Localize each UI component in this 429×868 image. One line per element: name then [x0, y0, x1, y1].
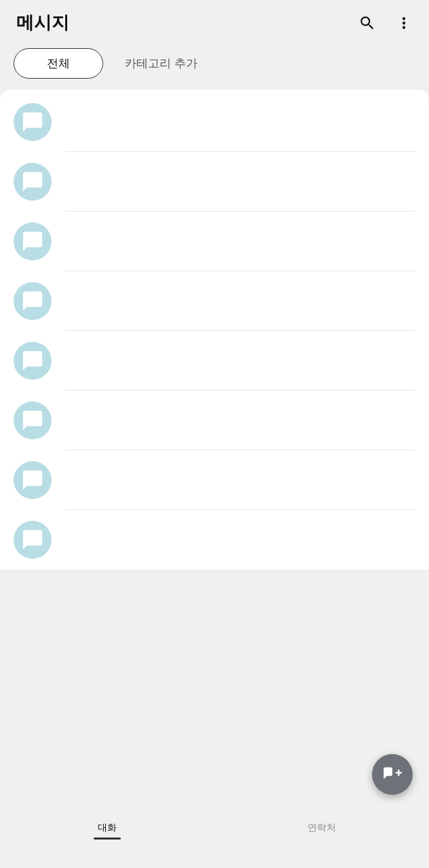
avatar [14, 222, 52, 260]
filter-all-button[interactable]: 전체 [14, 48, 103, 79]
bottom-navigation: 대화 연락처 [0, 814, 429, 868]
chat-bubble-icon [383, 765, 402, 784]
avatar [14, 401, 52, 439]
item-content [62, 525, 415, 555]
avatar [14, 521, 52, 559]
search-button[interactable] [356, 12, 379, 35]
tab-conversations-label: 대화 [98, 822, 117, 834]
active-tab-indicator [94, 837, 121, 840]
list-item[interactable] [0, 391, 429, 450]
chat-avatar-icon [21, 170, 44, 193]
add-category-button[interactable]: 카테고리 추가 [119, 49, 203, 78]
item-content [62, 406, 415, 435]
item-content [62, 465, 415, 495]
chat-avatar-icon [21, 230, 44, 253]
search-icon [358, 14, 376, 32]
item-content [62, 346, 415, 376]
item-content [62, 286, 415, 316]
list-item[interactable] [0, 450, 429, 510]
avatar [14, 103, 52, 141]
more-options-button[interactable] [392, 12, 415, 35]
avatar [14, 342, 52, 380]
chat-avatar-icon [21, 409, 44, 432]
avatar [14, 282, 52, 320]
chat-avatar-icon [21, 111, 44, 134]
item-content [62, 226, 415, 256]
list-item[interactable] [0, 271, 429, 331]
list-item[interactable] [0, 92, 429, 152]
more-vertical-icon [395, 14, 413, 32]
new-chat-fab[interactable] [372, 754, 413, 795]
avatar [14, 461, 52, 499]
avatar [14, 163, 52, 201]
list-item[interactable] [0, 212, 429, 271]
message-list [0, 90, 429, 570]
tab-contacts[interactable]: 연락처 [214, 822, 429, 834]
filter-row: 전체 카테고리 추가 [0, 43, 429, 90]
list-item[interactable] [0, 510, 429, 570]
item-content [62, 167, 415, 197]
tab-conversations[interactable]: 대화 [0, 822, 214, 840]
list-item[interactable] [0, 152, 429, 212]
app-header: 메시지 [0, 0, 429, 43]
chat-avatar-icon [21, 528, 44, 551]
list-item[interactable] [0, 331, 429, 391]
chat-avatar-icon [21, 290, 44, 313]
chat-avatar-icon [21, 469, 44, 492]
chat-avatar-icon [21, 349, 44, 372]
tab-contacts-label: 연락처 [307, 822, 336, 834]
header-actions [356, 12, 415, 35]
item-content [62, 107, 415, 137]
page-title: 메시지 [16, 11, 69, 35]
